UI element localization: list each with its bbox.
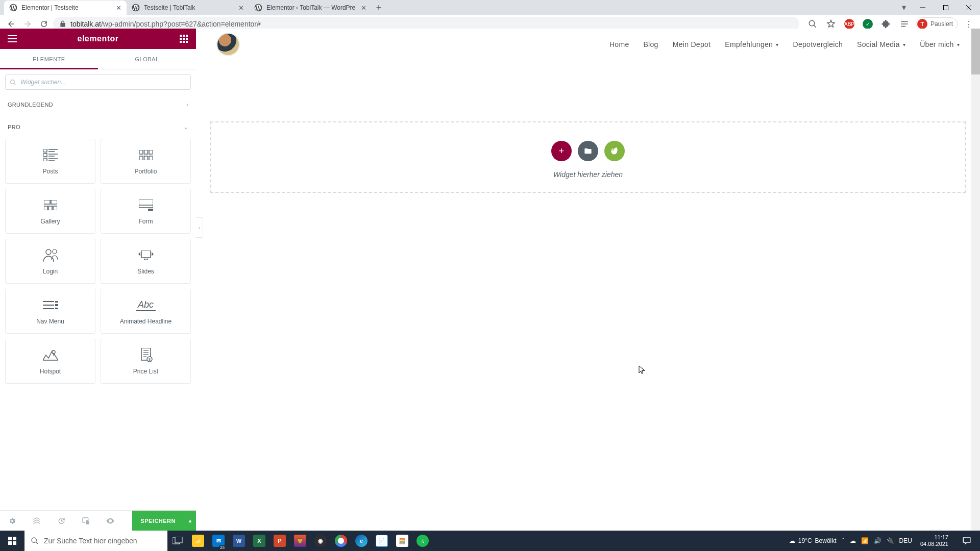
category-label: PRO [8,124,20,130]
site-avatar[interactable] [216,33,240,56]
clock[interactable]: 11:17 04.08.2021 [917,534,951,547]
category-basic[interactable]: GRUNDLEGEND › [5,95,191,114]
tab-title: Elementor ‹ TobiTalk — WordPre [266,4,357,11]
save-button-group: SPEICHERN ▲ [132,511,196,531]
battery-icon[interactable]: 🔌 [887,537,894,544]
widget-portfolio[interactable]: Portfolio [101,139,191,184]
navmenu-icon [43,297,58,313]
obs-icon[interactable]: ◉ [310,531,331,551]
menu-icon[interactable] [6,33,18,45]
word-icon[interactable]: W [229,531,249,551]
add-section-area[interactable]: + Widget hierher ziehen [210,121,966,193]
widget-nav-menu[interactable]: Nav Menu [5,289,95,334]
close-icon[interactable]: ✕ [361,4,366,12]
profile-avatar-icon: T [917,19,927,29]
svg-rect-18 [180,41,182,43]
preview-canvas[interactable]: HomeBlogMein DepotEmpfehlungenDepotvergl… [196,29,980,531]
maximize-button[interactable] [934,0,957,15]
notifications-button[interactable] [957,531,977,551]
nav-empfehlungen[interactable]: Empfehlungen [725,40,778,48]
history-icon[interactable] [49,511,74,531]
save-options-button[interactable]: ▲ [184,511,196,531]
browser-tab[interactable]: Testseite | TobiTalk ✕ [127,1,249,15]
widget-label: Price List [133,368,158,375]
search-input[interactable] [20,79,186,86]
scrollbar[interactable] [971,29,980,531]
settings-icon[interactable] [0,511,24,531]
edge-icon[interactable]: e [351,531,372,551]
onedrive-icon[interactable]: ☁ [850,537,856,544]
widget-gallery[interactable]: Gallery [5,189,95,234]
nav-über-mich[interactable]: Über mich [920,40,960,48]
nav-depotvergleich[interactable]: Depotvergleich [793,40,843,48]
widget-posts[interactable]: Posts [5,139,95,184]
envato-button[interactable] [604,141,625,161]
volume-icon[interactable]: 🔊 [874,537,881,544]
tab-elements[interactable]: ELEMENTE [0,49,98,69]
widget-login[interactable]: Login [5,239,95,284]
collapse-sidebar-button[interactable]: ‹ [196,217,203,238]
search-input-wrapper[interactable] [5,74,191,90]
close-window-button[interactable] [957,0,980,15]
powerpoint-icon[interactable]: P [270,531,290,551]
preview-icon[interactable] [98,511,122,531]
svg-line-8 [814,25,816,28]
svg-rect-37 [149,156,153,160]
wifi-icon[interactable]: 📶 [861,537,869,544]
scrollbar-thumb[interactable] [971,29,980,74]
chevron-up-icon[interactable]: ˄ [842,537,845,544]
task-view-button[interactable] [167,531,188,551]
widget-price-list[interactable]: $Price List [101,339,191,384]
add-template-button[interactable] [578,141,598,161]
category-pro[interactable]: PRO ⌄ [5,117,191,137]
excel-icon[interactable]: X [249,531,270,551]
time: 11:17 [920,534,948,541]
svg-line-67 [36,542,38,544]
svg-rect-34 [149,150,153,154]
spotify-icon[interactable]: ♫ [412,531,433,551]
notepad-icon[interactable]: 📄 [372,531,392,551]
brave-icon[interactable]: 🦁 [290,531,310,551]
browser-chrome: Elementor | Testseite ✕ Testseite | Tobi… [0,0,980,29]
taskbar-search[interactable]: Zur Suche Text hier eingeben [24,531,167,551]
svg-rect-57 [55,308,58,309]
widget-hotspot[interactable]: Hotspot [5,339,95,384]
widget-label: Portfolio [134,168,157,175]
nav-home[interactable]: Home [609,40,629,48]
tab-global[interactable]: GLOBAL [98,49,196,69]
weather-widget[interactable]: ☁ 19°C Bewölkt [789,537,837,544]
widget-label: Slides [137,268,154,275]
add-section-button[interactable]: + [551,141,572,161]
nav-blog[interactable]: Blog [643,40,658,48]
widget-animated-headline[interactable]: AbcAnimated Headline [101,289,191,334]
responsive-icon[interactable] [74,511,98,531]
widget-label: Posts [42,168,58,175]
apps-icon[interactable] [178,33,190,45]
start-button[interactable] [0,531,24,551]
calculator-icon[interactable]: 🧮 [392,531,412,551]
wordpress-icon [254,4,262,12]
close-icon[interactable]: ✕ [116,4,121,12]
close-icon[interactable]: ✕ [238,4,244,12]
form-icon [139,197,153,213]
new-tab-button[interactable]: + [372,1,386,15]
save-button[interactable]: SPEICHERN [132,511,184,531]
tab-strip: Elementor | Testseite ✕ Testseite | Tobi… [0,0,980,15]
browser-tab[interactable]: Elementor ‹ TobiTalk — WordPre ✕ [249,1,372,15]
nav-social-media[interactable]: Social Media [857,40,905,48]
minimize-button[interactable] [911,0,934,15]
widget-form[interactable]: Form [101,189,191,234]
mail-icon[interactable]: ✉25 [208,531,229,551]
tab-search-icon[interactable]: ▾ [897,0,911,14]
browser-tab[interactable]: Elementor | Testseite ✕ [4,1,127,15]
widget-label: Hotspot [40,368,61,375]
chrome-icon[interactable] [331,531,351,551]
search-icon [10,79,16,86]
file-explorer-icon[interactable]: 📁 [188,531,208,551]
widget-slides[interactable]: Slides [101,239,191,284]
nav-mein-depot[interactable]: Mein Depot [673,40,711,48]
language-indicator[interactable]: DEU [899,537,912,544]
navigator-icon[interactable] [24,511,49,531]
svg-rect-69 [175,537,182,543]
hotspot-icon [43,347,58,363]
